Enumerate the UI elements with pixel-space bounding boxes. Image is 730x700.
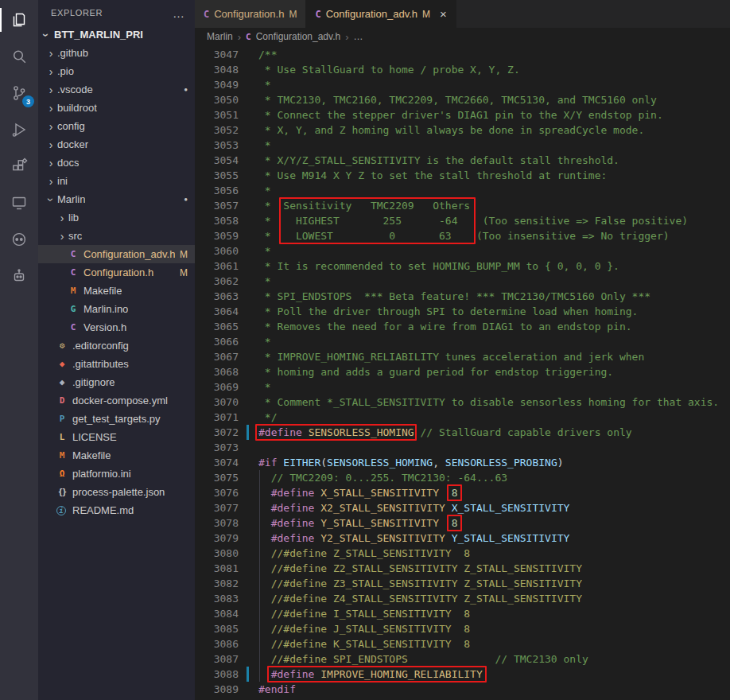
tree-file-.gitattributes[interactable]: ◆.gitattributes xyxy=(38,355,195,373)
code-line-3086[interactable]: 3086 //#define K_STALL_SENSITIVITY 8 xyxy=(195,636,730,651)
tab-configuration_adv.h[interactable]: CConfiguration_adv.hM× xyxy=(306,0,456,28)
item-label: lib xyxy=(68,212,79,224)
code-line-3081[interactable]: 3081 //#define Z2_STALL_SENSITIVITY Z_ST… xyxy=(195,561,730,576)
code-line-3073[interactable]: 3073 xyxy=(195,440,730,455)
tree-file-license[interactable]: LLICENSE xyxy=(38,428,195,446)
code-line-3067[interactable]: 3067 * IMPROVE_HOMING_RELIABILITY tunes … xyxy=(195,349,730,364)
item-label: .editorconfig xyxy=(72,340,129,352)
tree-folder-.pio[interactable]: ›.pio xyxy=(38,62,195,80)
code-line-3090[interactable]: 3090 xyxy=(195,697,730,700)
c-file-icon: C xyxy=(204,9,209,20)
code-line-3059[interactable]: 3059 * LOWEST 0 63 (Too insensitive => N… xyxy=(195,228,730,243)
tree-file-makefile[interactable]: MMakefile xyxy=(38,282,195,300)
code-line-3049[interactable]: 3049 * xyxy=(195,77,730,92)
code-line-3063[interactable]: 3063 * SPI_ENDSTOPS *** Beta feature! **… xyxy=(195,289,730,304)
close-icon[interactable]: × xyxy=(440,8,447,20)
tree-folder-ini[interactable]: ›ini xyxy=(38,172,195,190)
code-line-3062[interactable]: 3062 * xyxy=(195,274,730,289)
tree-folder-lib[interactable]: ›lib xyxy=(38,208,195,227)
license-file-icon: L xyxy=(56,432,68,442)
tab-configuration.h[interactable]: CConfiguration.hM xyxy=(195,0,306,28)
code-line-3082[interactable]: 3082 //#define Z3_STALL_SENSITIVITY Z_ST… xyxy=(195,576,730,591)
code-line-3074[interactable]: 3074#if EITHER(SENSORLESS_HOMING, SENSOR… xyxy=(195,455,730,470)
tree-folder-buildroot[interactable]: ›buildroot xyxy=(38,99,195,117)
code-line-3068[interactable]: 3068 * homing and adds a guard period fo… xyxy=(195,364,730,379)
code-line-3080[interactable]: 3080 //#define Z_STALL_SENSITIVITY 8 xyxy=(195,546,730,561)
code-line-3051[interactable]: 3051 * Connect the stepper driver's DIAG… xyxy=(195,107,730,122)
code-line-3061[interactable]: 3061 * It is recommended to set HOMING_B… xyxy=(195,259,730,274)
breadcrumb-separator-icon: › xyxy=(345,31,348,43)
activity-run-debug-button[interactable] xyxy=(0,111,38,148)
activity-search-button[interactable] xyxy=(0,38,38,75)
line-number: 3075 xyxy=(195,470,239,485)
code-line-3075[interactable]: 3075 // TMC2209: 0...255. TMC2130: -64..… xyxy=(195,470,730,485)
item-label: get_test_targets.py xyxy=(72,413,161,425)
tree-folder-.vscode[interactable]: ›.vscode● xyxy=(38,80,195,99)
more-actions-icon[interactable]: … xyxy=(173,6,185,20)
code-line-3089[interactable]: 3089#endif xyxy=(195,682,730,697)
activity-source-control-button[interactable]: 3 xyxy=(0,75,38,111)
activity-extensions-button[interactable] xyxy=(0,148,38,185)
tree-file-.gitignore[interactable]: ◆.gitignore xyxy=(38,373,195,391)
source-control-badge: 3 xyxy=(22,95,34,107)
tree-file-readme.md[interactable]: iREADME.md xyxy=(38,501,195,519)
code-line-3052[interactable]: 3052 * X, Y, and Z homing will always be… xyxy=(195,122,730,138)
code-line-3088[interactable]: 3088 #define IMPROVE_HOMING_RELIABILITY xyxy=(195,667,730,682)
code-line-3066[interactable]: 3066 * xyxy=(195,334,730,349)
code-editor[interactable]: 3047/**3048 * Use StallGuard to home / p… xyxy=(195,45,730,700)
tree-file-marlin.ino[interactable]: GMarlin.ino xyxy=(38,300,195,318)
code-line-3077[interactable]: 3077 #define X2_STALL_SENSITIVITY X_STAL… xyxy=(195,500,730,515)
code-line-3064[interactable]: 3064 * Poll the driver through SPI to de… xyxy=(195,304,730,319)
activity-auto-build-marlin-button[interactable] xyxy=(0,258,38,294)
code-line-3060[interactable]: 3060 * xyxy=(195,243,730,259)
code-line-3048[interactable]: 3048 * Use StallGuard to home / probe X,… xyxy=(195,62,730,77)
line-number: 3080 xyxy=(195,546,239,561)
tree-file-makefile[interactable]: MMakefile xyxy=(38,446,195,465)
code-line-3071[interactable]: 3071 */ xyxy=(195,410,730,425)
activity-explorer-button[interactable] xyxy=(0,2,38,38)
code-line-3079[interactable]: 3079 #define Y2_STALL_SENSITIVITY Y_STAL… xyxy=(195,531,730,546)
tree-file-process-palette.json[interactable]: {}process-palette.json xyxy=(38,483,195,501)
code-line-3054[interactable]: 3054 * X/Y/Z_STALL_SENSITIVITY is the de… xyxy=(195,153,730,168)
code-line-3055[interactable]: 3055 * Use M914 X Y Z to set the stall t… xyxy=(195,168,730,183)
code-line-3084[interactable]: 3084 //#define I_STALL_SENSITIVITY 8 xyxy=(195,606,730,621)
tree-file-platformio.ini[interactable]: Ωplatformio.ini xyxy=(38,465,195,483)
activity-platformio-alien-button[interactable] xyxy=(0,221,38,258)
activity-remote-explorer-button[interactable] xyxy=(0,185,38,221)
tree-folder-marlin[interactable]: ›Marlin● xyxy=(38,190,195,208)
code-line-3072[interactable]: 3072#define SENSORLESS_HOMING // StallGu… xyxy=(195,425,730,440)
code-line-3070[interactable]: 3070 * Comment *_STALL_SENSITIVITY to di… xyxy=(195,395,730,410)
code-line-3050[interactable]: 3050 * TMC2130, TMC2160, TMC2209, TMC266… xyxy=(195,92,730,107)
code-line-3057[interactable]: 3057 * Sensitivity TMC2209 Others xyxy=(195,198,730,213)
tree-folder-.github[interactable]: ›.github xyxy=(38,44,195,62)
breadcrumb-item[interactable]: Configuration_adv.h xyxy=(256,31,341,42)
line-number: 3053 xyxy=(195,138,239,153)
code-line-3065[interactable]: 3065 * Removes the need for a wire from … xyxy=(195,319,730,334)
item-label: process-palette.json xyxy=(72,486,165,498)
code-line-3056[interactable]: 3056 * xyxy=(195,183,730,198)
code-line-3047[interactable]: 3047/** xyxy=(195,47,730,62)
tree-file-docker-compose.yml[interactable]: Ddocker-compose.yml xyxy=(38,391,195,410)
code-line-3076[interactable]: 3076 #define X_STALL_SENSITIVITY 8 xyxy=(195,485,730,500)
code-line-3058[interactable]: 3058 * HIGHEST 255 -64 (Too sensitive =>… xyxy=(195,213,730,228)
code-line-3087[interactable]: 3087 //#define SPI_ENDSTOPS // TMC2130 o… xyxy=(195,651,730,667)
tree-file-.editorconfig[interactable]: ⚙.editorconfig xyxy=(38,336,195,355)
item-label: .gitignore xyxy=(72,376,115,388)
tree-folder-docs[interactable]: ›docs xyxy=(38,154,195,172)
tree-file-get_test_targets.py[interactable]: Pget_test_targets.py xyxy=(38,410,195,428)
tree-file-configuration_adv.h[interactable]: CConfiguration_adv.hM xyxy=(38,245,195,263)
tree-file-version.h[interactable]: CVersion.h xyxy=(38,318,195,336)
code-line-3085[interactable]: 3085 //#define J_STALL_SENSITIVITY 8 xyxy=(195,621,730,636)
tree-file-configuration.h[interactable]: CConfiguration.hM xyxy=(38,263,195,282)
code-line-3053[interactable]: 3053 * xyxy=(195,138,730,153)
code-line-3083[interactable]: 3083 //#define Z4_STALL_SENSITIVITY Z_ST… xyxy=(195,591,730,606)
line-number: 3047 xyxy=(195,47,239,62)
tree-folder-docker[interactable]: ›docker xyxy=(38,135,195,154)
tree-folder-src[interactable]: ›src xyxy=(38,227,195,245)
project-root[interactable]: › BTT_MARLIN_PRI xyxy=(38,25,195,44)
code-line-3069[interactable]: 3069 * xyxy=(195,379,730,395)
code-line-3078[interactable]: 3078 #define Y_STALL_SENSITIVITY 8 xyxy=(195,515,730,531)
breadcrumb-item[interactable]: Marlin xyxy=(207,31,233,42)
tree-folder-config[interactable]: ›config xyxy=(38,117,195,135)
breadcrumb-item[interactable]: … xyxy=(354,31,363,42)
